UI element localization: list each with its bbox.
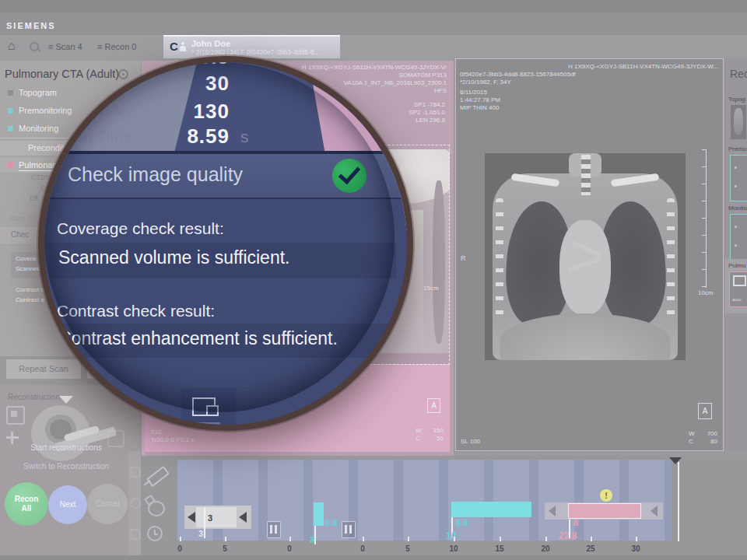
axis-label: 0 xyxy=(351,544,374,553)
axis-label: 0 xyxy=(168,544,191,553)
contrast-bag-icon xyxy=(146,496,166,516)
repeat-scan-button[interactable]: Repeat Scan xyxy=(6,359,81,379)
injection-marker[interactable] xyxy=(314,502,324,526)
pulmonary-thumbnail[interactable]: auto xyxy=(729,271,747,307)
injection-base: 3 xyxy=(310,535,314,544)
window-c-value: 80 xyxy=(694,438,717,446)
scale-label: 10cm xyxy=(698,289,714,297)
param-scantime: Scan Ti xyxy=(9,215,33,222)
sp1-label: SP1 -784.2 xyxy=(367,101,445,109)
tab-scan[interactable]: ≡ Scan 4 xyxy=(48,42,82,51)
injection-value: 0.8 xyxy=(325,518,337,527)
axis-label: 25 xyxy=(579,544,602,553)
delay-range[interactable] xyxy=(545,502,663,520)
home-icon[interactable]: ⌂ xyxy=(8,39,16,53)
patient-info-text: *2/10/1982, F, 34Y xyxy=(460,79,511,86)
recon-step-pulmonary[interactable]: Pulmo xyxy=(728,262,746,270)
delay-duration: 8 xyxy=(573,518,578,527)
recon-control-area: Reconstruction Start reconstructions Swi… xyxy=(0,385,141,560)
move-icon[interactable] xyxy=(6,432,19,444)
next-button[interactable]: Next xyxy=(48,485,87,524)
delay-left-handle[interactable] xyxy=(549,506,556,516)
premonitoring-box[interactable] xyxy=(730,155,747,201)
study-time: 1:44:27.78 PM xyxy=(460,96,500,104)
study-date: 8/11/2015 xyxy=(460,89,487,96)
magnifier-loupe: 40.9 30 kV 130 Scan Time 8.59 s Check im… xyxy=(38,56,413,431)
scan-bar[interactable] xyxy=(451,502,531,517)
menu-icon: ≡ xyxy=(97,42,102,51)
timeline-panel[interactable] xyxy=(177,460,672,541)
menu-icon: ≡ xyxy=(48,42,53,51)
window-c-label: C xyxy=(416,435,420,443)
recon-hint-line1: Start reconstructions xyxy=(0,443,132,452)
window-c-label: C xyxy=(689,438,693,446)
scrub-left-handle[interactable] xyxy=(188,512,195,523)
step-bullet xyxy=(8,163,13,168)
step-bullet xyxy=(8,126,13,131)
patient-id-text: 0f5420e7-3bb3-4dd8-8823-1567844505df xyxy=(460,71,576,79)
axis-label: 0 xyxy=(278,544,301,553)
patient-logo: C xyxy=(170,40,178,53)
axis-label: 15 xyxy=(488,544,511,553)
axis-label: 5 xyxy=(213,544,237,553)
right-image-panel[interactable]: H 1X9XQ-<XGYJ-SB11H-VX4TN-WCG49-3JYDX-W.… xyxy=(455,58,724,451)
monitoring-box[interactable] xyxy=(730,214,747,261)
protocol-title: Pulmonary CTA (Adult) xyxy=(5,68,119,80)
timing-label: Tr20.0 S P0.1 s xyxy=(151,436,194,444)
patient-icon xyxy=(180,42,186,52)
recon-step-premonitoring[interactable]: Premo xyxy=(728,145,747,153)
tab-recon-label: Recon 0 xyxy=(104,42,136,51)
scrub-right-handle[interactable] xyxy=(239,512,247,523)
main-toolbar: ⌂ ≡ Scan 4 ≡ Recon 0 xyxy=(0,35,747,61)
axis-label: 10 xyxy=(442,544,465,553)
scale-label: 15cm xyxy=(423,285,439,292)
scrub-value-top: 3 xyxy=(208,513,212,523)
window-w-value: 700 xyxy=(694,430,717,438)
pause-icon xyxy=(342,521,356,538)
header-band xyxy=(0,12,747,35)
recon-job-icon[interactable] xyxy=(6,406,25,425)
orientation-left: R xyxy=(461,254,466,263)
timeline-end-arrow[interactable] xyxy=(669,457,682,464)
timeline-cursor[interactable] xyxy=(678,462,679,541)
search-icon[interactable] xyxy=(30,42,40,53)
step-bullet xyxy=(8,108,13,114)
scan-duration: 8.8 xyxy=(456,518,468,527)
warning-icon[interactable]: ! xyxy=(600,489,612,502)
window-c-value: 50 xyxy=(422,435,444,443)
top-band xyxy=(0,0,747,12)
recon-step-topogram[interactable]: Topog xyxy=(728,96,745,103)
side-tool-strip xyxy=(128,451,141,560)
tab-recon[interactable]: ≡ Recon 0 xyxy=(97,42,136,51)
patient-tab[interactable]: C John Doe * 2/10/1982 (34) F 0f5420e7-3… xyxy=(163,35,340,58)
contrast-value-frag: Contrast e xyxy=(16,296,44,303)
step-bullet xyxy=(8,90,13,96)
ct-coronal-image xyxy=(485,153,686,360)
siemens-logo: SIEMENS xyxy=(6,21,56,30)
len-label: LEN 296.8 xyxy=(367,117,445,124)
matrix-label: 512 xyxy=(151,429,161,436)
axis-label: 5 xyxy=(396,544,419,553)
recon-hint-line2: Switch to Reconstruction xyxy=(0,462,132,471)
recon-all-button[interactable]: Recon All xyxy=(5,482,48,526)
window-w-value: 150 xyxy=(422,427,444,435)
delay-right-handle[interactable] xyxy=(651,506,658,516)
preset-label: MIP THIN 400 xyxy=(460,104,499,112)
patient-name: John Doe xyxy=(191,39,230,48)
window-w-label: W xyxy=(416,427,422,435)
coverage-value-frag: Scanned xyxy=(16,265,40,272)
auto-label: auto xyxy=(732,297,742,302)
tab-scan-label: Scan 4 xyxy=(55,42,82,51)
recon-sidebar-title: Rec xyxy=(730,68,747,80)
orientation-marker: A xyxy=(427,398,440,413)
recon-step-monitoring[interactable]: Monito xyxy=(728,205,747,212)
range-scrubber[interactable] xyxy=(184,506,251,529)
clock-icon xyxy=(147,526,163,541)
sp2-label: SP2 -1,051.0 xyxy=(367,109,445,117)
delay-start: 22.8 xyxy=(559,530,577,541)
syringe-icon xyxy=(146,465,169,485)
cancel-button[interactable]: Cancel xyxy=(87,484,128,524)
topogram-thumbnail[interactable] xyxy=(731,105,746,139)
contrast-label-frag: Contrast c xyxy=(16,286,44,293)
orientation-marker: A xyxy=(698,403,712,419)
